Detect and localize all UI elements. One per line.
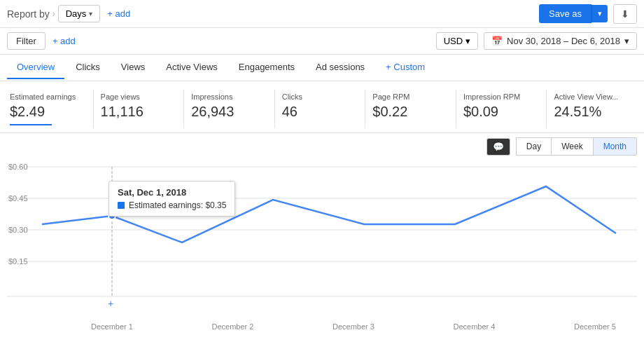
- stat-clicks: Clicks 46: [275, 90, 366, 128]
- svg-text:$0.60: $0.60: [8, 163, 28, 171]
- add-link-top[interactable]: + add: [107, 8, 130, 19]
- stats-row: Estimated earnings $2.49 Page views 11,1…: [0, 81, 644, 133]
- stat-page-rpm: Page RPM $0.22: [365, 90, 456, 128]
- stat-active-view: Active View View... 24.51%: [547, 90, 637, 128]
- stat-value-activeview: 24.51%: [554, 104, 630, 120]
- filter-add-link[interactable]: + add: [52, 36, 436, 46]
- breadcrumb-chevron: ›: [52, 9, 55, 19]
- stat-value-earnings: $2.49: [10, 104, 86, 120]
- period-day-button[interactable]: Day: [516, 137, 552, 156]
- date-arrow-icon: ▾: [624, 36, 629, 46]
- stat-value-pageviews: 11,116: [101, 104, 177, 120]
- date-range-label: Nov 30, 2018 – Dec 6, 2018: [507, 36, 620, 46]
- period-week-button[interactable]: Week: [552, 137, 593, 156]
- stat-underline-earnings: [10, 124, 52, 125]
- tab-clicks[interactable]: Clicks: [66, 56, 110, 79]
- save-as-dropdown-arrow[interactable]: ▾: [592, 5, 608, 22]
- stat-estimated-earnings: Estimated earnings $2.49: [7, 90, 94, 128]
- save-as-group: Save as ▾: [539, 4, 608, 23]
- chart-svg: $0.60 $0.45 $0.30 $0.15 +: [7, 160, 637, 314]
- tab-views[interactable]: Views: [111, 56, 155, 79]
- svg-text:$0.45: $0.45: [8, 194, 28, 203]
- svg-text:$0.15: $0.15: [8, 257, 28, 266]
- save-as-button[interactable]: Save as: [539, 4, 592, 23]
- stat-value-clicks: 46: [282, 104, 358, 120]
- top-bar: Report by › Days ▾ + add Save as ▾ ⬇: [0, 0, 644, 28]
- tab-custom[interactable]: + Custom: [376, 56, 435, 79]
- stat-label-impressions: Impressions: [191, 93, 267, 101]
- currency-arrow-icon: ▾: [465, 36, 470, 46]
- stat-value-pagerpm: $0.22: [372, 104, 449, 120]
- svg-text:+: +: [108, 298, 113, 309]
- calendar-icon: 📅: [491, 36, 503, 46]
- tab-active-views[interactable]: Active Views: [156, 56, 227, 79]
- date-range-button[interactable]: 📅 Nov 30, 2018 – Dec 6, 2018 ▾: [484, 32, 637, 50]
- stat-label-earnings: Estimated earnings: [10, 93, 86, 101]
- tabs-bar: Overview Clicks Views Active Views Engag…: [0, 55, 644, 81]
- stat-impression-rpm: Impression RPM $0.09: [456, 90, 547, 128]
- currency-label: USD: [444, 36, 463, 46]
- stat-value-impressions: 26,943: [191, 104, 267, 120]
- stat-label-pageviews: Page views: [101, 93, 177, 101]
- stat-value-impressionrpm: $0.09: [463, 104, 540, 120]
- period-month-button[interactable]: Month: [594, 137, 637, 156]
- stat-page-views: Page views 11,116: [94, 90, 185, 128]
- currency-dropdown[interactable]: USD ▾: [436, 32, 478, 50]
- filter-button[interactable]: Filter: [7, 32, 46, 50]
- days-arrow-icon: ▾: [89, 10, 92, 18]
- tab-ad-sessions[interactable]: Ad sessions: [306, 56, 374, 79]
- stat-label-clicks: Clicks: [282, 93, 358, 101]
- days-label: Days: [66, 8, 87, 19]
- filter-bar: Filter + add USD ▾ 📅 Nov 30, 2018 – Dec …: [0, 28, 644, 55]
- chart-area: $0.60 $0.45 $0.30 $0.15 + Sat, Dec 1, 20…: [0, 160, 644, 328]
- report-by-label: Report by: [7, 8, 50, 20]
- stat-label-impressionrpm: Impression RPM: [463, 93, 540, 101]
- chart-controls: 💬 Day Week Month: [0, 133, 644, 160]
- comment-button[interactable]: 💬: [486, 138, 510, 156]
- tab-overview[interactable]: Overview: [7, 56, 64, 79]
- svg-text:$0.30: $0.30: [8, 226, 28, 234]
- download-button[interactable]: ⬇: [613, 4, 637, 24]
- stat-label-pagerpm: Page RPM: [372, 93, 449, 101]
- tab-engagements[interactable]: Engagements: [229, 56, 304, 79]
- svg-point-10: [108, 212, 115, 219]
- stat-label-activeview: Active View View...: [554, 93, 630, 101]
- days-dropdown[interactable]: Days ▾: [58, 5, 101, 22]
- stat-impressions: Impressions 26,943: [184, 90, 275, 128]
